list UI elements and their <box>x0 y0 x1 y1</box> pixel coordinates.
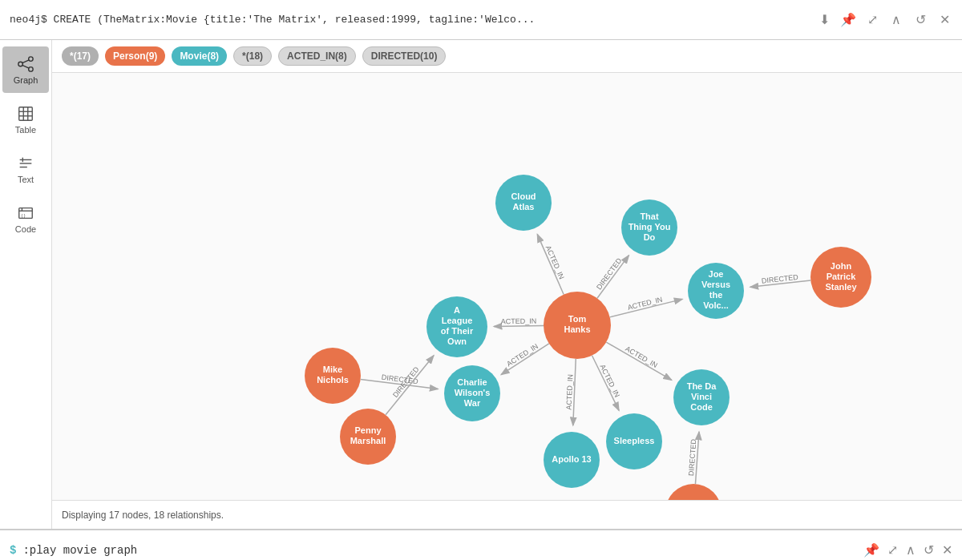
svg-point-71 <box>305 348 361 404</box>
text-label: Text <box>18 175 34 184</box>
node-sleepless[interactable]: Sleepless <box>606 413 662 469</box>
graph-canvas[interactable]: ACTED_INDIRECTEDACTED_INDIRECTEDACTED_IN… <box>52 73 962 500</box>
text-icon <box>17 155 34 172</box>
graph-label: Graph <box>14 75 38 85</box>
svg-line-4 <box>22 65 29 68</box>
sidebar-item-code[interactable]: { } Code <box>2 195 49 242</box>
expand-icon[interactable]: ⤢ <box>864 12 880 28</box>
sidebar-item-text[interactable]: Text <box>2 146 49 192</box>
node-ron[interactable]: Ron <box>665 484 722 500</box>
query-title: neo4j$ CREATE (TheMatrix:Movie {title:'T… <box>10 14 808 26</box>
svg-point-62 <box>426 296 487 357</box>
command-input[interactable] <box>22 544 857 557</box>
badge-all-nodes[interactable]: *(17) <box>62 46 99 66</box>
svg-text:ACTED_IN: ACTED_IN <box>501 317 537 326</box>
download-icon[interactable]: ⬇ <box>816 12 832 28</box>
node-tom[interactable]: TomHanks <box>544 292 611 359</box>
up-icon[interactable]: ∧ <box>888 12 904 28</box>
node-da-vinci[interactable]: The DaVinciCode <box>673 369 730 425</box>
main-layout: Graph Table Text <box>0 40 962 529</box>
node-mike-nichols[interactable]: MikeNichols <box>305 348 361 404</box>
svg-rect-5 <box>19 107 33 120</box>
status-bar: Displaying 17 nodes, 18 relationships. <box>52 500 962 529</box>
pin-icon-bottom[interactable]: 📌 <box>863 542 879 558</box>
node-joe-versus[interactable]: JoeVersustheVolc... <box>688 263 744 319</box>
badge-person[interactable]: Person(9) <box>105 46 165 66</box>
filter-bar: *(17) Person(9) Movie(8) *(18) ACTED_IN(… <box>52 40 962 73</box>
up-icon-bottom[interactable]: ∧ <box>906 542 916 558</box>
svg-text:DIRECTED: DIRECTED <box>761 273 798 285</box>
badge-movie[interactable]: Movie(8) <box>172 46 227 66</box>
svg-text:DIRECTED: DIRECTED <box>595 256 624 291</box>
sidebar-item-table[interactable]: Table <box>2 96 49 143</box>
refresh-icon[interactable]: ↺ <box>912 12 928 28</box>
svg-point-67 <box>444 365 500 421</box>
refresh-icon-bottom[interactable]: ↺ <box>924 542 934 558</box>
svg-point-58 <box>810 247 871 308</box>
node-penny-marshall[interactable]: PennyMarshall <box>340 409 396 465</box>
svg-point-2 <box>29 66 33 71</box>
svg-point-1 <box>29 56 33 61</box>
svg-line-3 <box>22 59 29 62</box>
code-icon: { } <box>17 204 34 222</box>
table-label: Table <box>15 125 36 135</box>
content-area: *(17) Person(9) Movie(8) *(18) ACTED_IN(… <box>52 40 962 529</box>
badge-all-rels[interactable]: *(18) <box>233 46 272 66</box>
top-bar: neo4j$ CREATE (TheMatrix:Movie {title:'T… <box>0 0 962 40</box>
code-label: Code <box>15 224 36 234</box>
node-john-patrick[interactable]: JohnPatrickStanley <box>810 247 871 308</box>
graph-svg: ACTED_INDIRECTEDACTED_INDIRECTEDACTED_IN… <box>52 73 962 500</box>
svg-point-81 <box>673 369 730 425</box>
svg-line-27 <box>494 326 544 327</box>
svg-line-39 <box>606 342 671 380</box>
svg-text:ACTED_IN: ACTED_IN <box>565 374 575 410</box>
badge-directed[interactable]: DIRECTED(10) <box>362 46 447 66</box>
node-cloud-atlas[interactable]: CloudAtlas <box>495 175 552 231</box>
svg-point-53 <box>688 263 744 319</box>
bottom-bar: $ 📌 ⤢ ∧ ↺ ✕ <box>0 529 962 560</box>
svg-text:ACTED_IN: ACTED_IN <box>624 344 659 369</box>
node-a-league[interactable]: ALeagueof TheirOwn <box>426 296 487 357</box>
svg-line-33 <box>386 356 434 415</box>
svg-point-43 <box>544 292 611 359</box>
svg-point-77 <box>544 432 600 488</box>
svg-text:ACTED_IN: ACTED_IN <box>627 296 664 312</box>
table-icon <box>17 105 34 123</box>
svg-text:ACTED_IN: ACTED_IN <box>505 342 540 369</box>
sidebar-item-graph[interactable]: Graph <box>2 46 49 93</box>
close-icon[interactable]: ✕ <box>936 12 952 28</box>
graph-icon <box>17 55 34 73</box>
bottom-bar-icons: 📌 ⤢ ∧ ↺ ✕ <box>863 542 952 558</box>
bottom-bar-header: $ 📌 ⤢ ∧ ↺ ✕ <box>0 530 962 560</box>
top-bar-icons: ⬇ 📌 ⤢ ∧ ↺ ✕ <box>816 12 952 28</box>
badge-acted-in[interactable]: ACTED_IN(8) <box>278 46 356 66</box>
svg-point-85 <box>665 484 722 500</box>
node-charlie-wilson[interactable]: CharlieWilson'sWar <box>444 365 500 421</box>
svg-point-0 <box>18 62 23 66</box>
svg-point-46 <box>495 175 552 231</box>
svg-text:ACTED_IN: ACTED_IN <box>598 363 621 398</box>
sidebar: Graph Table Text <box>0 40 52 529</box>
expand-icon-bottom[interactable]: ⤢ <box>887 542 898 558</box>
status-text: Displaying 17 nodes, 18 relationships. <box>62 510 224 521</box>
close-icon-bottom[interactable]: ✕ <box>942 542 952 558</box>
prompt-symbol: $ <box>10 544 16 557</box>
svg-point-79 <box>606 413 662 469</box>
svg-point-49 <box>621 199 677 256</box>
svg-point-74 <box>340 409 396 465</box>
node-apollo-13[interactable]: Apollo 13 <box>544 432 600 488</box>
node-that-thing[interactable]: ThatThing YouDo <box>621 199 677 256</box>
svg-text:{ }: { } <box>22 212 26 217</box>
pin-icon[interactable]: 📌 <box>840 12 856 28</box>
